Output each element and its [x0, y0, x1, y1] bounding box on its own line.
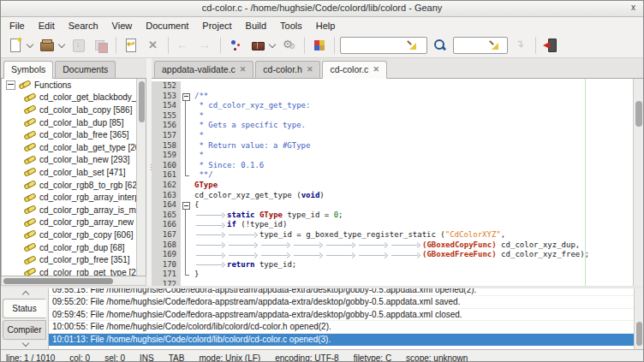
- editor-vertical-scrollbar[interactable]: [633, 79, 643, 286]
- tab-close-icon[interactable]: ✕: [373, 65, 379, 74]
- titlebar[interactable]: cd-color.c - /home/hughsie/Code/colord/l…: [1, 1, 643, 17]
- line-number[interactable]: 162: [152, 181, 181, 191]
- jump-to-line-button[interactable]: [510, 35, 531, 56]
- window-close-button[interactable]: x: [631, 3, 635, 12]
- sidebar-vertical-scrollbar[interactable]: [136, 79, 146, 276]
- code-area[interactable]: 152153/**154 * cd_color_xyz_get_type:155…: [152, 79, 643, 286]
- line-number[interactable]: 164: [152, 200, 181, 211]
- line-number[interactable]: 161: [152, 170, 181, 181]
- nav-forward-button[interactable]: [195, 35, 216, 56]
- scrollbar-thumb[interactable]: [635, 101, 642, 127]
- execute-button[interactable]: [279, 35, 300, 56]
- status-message-row[interactable]: 09:55:20: File /home/hughsie/Code/fedora…: [49, 296, 634, 308]
- tab-scroll-up-icon[interactable]: [3, 289, 46, 298]
- line-number[interactable]: 170: [152, 260, 181, 270]
- code-line[interactable]: 172: [152, 280, 643, 286]
- symbol-list-item[interactable]: cd_color_rgb_array_new [896]: [2, 217, 146, 229]
- symbol-list-item[interactable]: cd_color_lab_free [365]: [2, 128, 146, 141]
- code-line[interactable]: 170return type_id;: [152, 260, 643, 270]
- symbol-list-item[interactable]: cd_color_rgb_get_type [219]: [2, 266, 146, 276]
- line-number[interactable]: 154: [152, 101, 181, 111]
- line-number[interactable]: 163: [152, 191, 181, 201]
- line-number[interactable]: 160: [152, 161, 181, 171]
- code-line[interactable]: 160 * Since: 0.1.6: [152, 161, 643, 171]
- scrollbar-thumb[interactable]: [636, 322, 642, 346]
- line-number[interactable]: 165: [152, 211, 181, 221]
- line-number[interactable]: 155: [152, 111, 181, 122]
- tab-compiler[interactable]: Compiler: [3, 320, 46, 340]
- revert-button[interactable]: [121, 35, 141, 56]
- code-line[interactable]: 159 *: [152, 151, 643, 161]
- code-line[interactable]: 162GType: [152, 181, 643, 191]
- fold-collapse-icon[interactable]: [182, 93, 190, 101]
- search-input[interactable]: [343, 39, 406, 51]
- fold-collapse-icon[interactable]: [182, 202, 190, 210]
- code-line[interactable]: 155 *: [152, 111, 643, 122]
- tree-root-functions[interactable]: Functions: [2, 79, 146, 92]
- nav-back-button[interactable]: [173, 35, 194, 56]
- scrollbar-thumb[interactable]: [3, 278, 113, 284]
- line-number[interactable]: 172: [152, 280, 181, 286]
- symbol-list-item[interactable]: cd_color_rgb_dup [68]: [2, 241, 146, 254]
- line-number[interactable]: 157: [152, 131, 181, 141]
- line-number[interactable]: 167: [152, 230, 181, 240]
- build-dropdown-chevron-icon[interactable]: [269, 41, 276, 48]
- line-number[interactable]: 159: [152, 151, 181, 161]
- code-line[interactable]: 161 **/: [152, 170, 643, 181]
- tab-close-icon[interactable]: ✕: [307, 65, 313, 74]
- code-line[interactable]: 156 * Gets a specific type.: [152, 121, 643, 131]
- editor-tab-appdata-validate-c[interactable]: appdata-validate.c✕: [154, 61, 253, 78]
- code-line[interactable]: 166if (!type_id): [152, 220, 643, 230]
- clear-broom-icon[interactable]: [488, 40, 498, 50]
- symbol-list-item[interactable]: cd_color_lab_get_type [203]: [2, 141, 146, 154]
- symbol-list-item[interactable]: cd_color_rgb_copy [606]: [2, 228, 146, 241]
- line-number[interactable]: 166: [152, 220, 181, 230]
- line-number[interactable]: 156: [152, 121, 181, 131]
- tree-expander-icon[interactable]: [6, 80, 15, 90]
- code-line[interactable]: 154 * cd_color_xyz_get_type:: [152, 101, 643, 111]
- new-button[interactable]: [5, 35, 26, 56]
- sidebar-horizontal-scrollbar[interactable]: [1, 276, 146, 286]
- message-vertical-scrollbar[interactable]: [634, 288, 643, 349]
- menu-document[interactable]: Document: [139, 19, 195, 33]
- code-line[interactable]: 171}: [152, 270, 643, 280]
- menu-edit[interactable]: Edit: [32, 19, 62, 33]
- open-button[interactable]: [37, 35, 57, 56]
- fold-margin-cell[interactable]: [181, 92, 192, 102]
- menu-project[interactable]: Project: [195, 19, 238, 33]
- symbol-list-item[interactable]: cd_color_rgb8_to_rgb [626]: [2, 179, 146, 192]
- symbol-list-item[interactable]: cd_color_lab_new [293]: [2, 154, 146, 167]
- tab-close-icon[interactable]: ✕: [240, 65, 247, 74]
- menu-file[interactable]: File: [3, 19, 32, 33]
- sidebar-tab-documents[interactable]: Documents: [55, 61, 116, 78]
- editor-tab-cd-color-h[interactable]: cd-color.h✕: [255, 61, 320, 78]
- code-line[interactable]: 157 *: [152, 131, 643, 141]
- new-dropdown-chevron-icon[interactable]: [27, 41, 33, 48]
- line-number[interactable]: 152: [152, 81, 181, 92]
- line-number[interactable]: 158: [152, 141, 181, 151]
- menu-view[interactable]: View: [105, 19, 140, 33]
- line-number[interactable]: 153: [152, 92, 181, 102]
- color-chooser-button[interactable]: [309, 35, 330, 56]
- code-line[interactable]: 169(GBoxedFreeFunc) cd_color_xyz_free);: [152, 250, 643, 260]
- code-line[interactable]: 152: [152, 81, 643, 92]
- code-line[interactable]: 158 * Return value: a #GType: [152, 141, 643, 151]
- build-button[interactable]: [247, 35, 268, 56]
- line-number[interactable]: 169: [152, 250, 181, 260]
- symbol-list-item[interactable]: cd_color_get_blackbody_rgb [997]: [2, 92, 146, 104]
- symbol-list-item[interactable]: cd_color_rgb_array_interpolate [936]: [2, 191, 146, 204]
- symbol-list-item[interactable]: cd_color_rgb_array_is_monotonic [862]: [2, 204, 146, 217]
- code-line[interactable]: 167type_id = g_boxed_type_register_stati…: [152, 230, 643, 240]
- menu-build[interactable]: Build: [239, 19, 273, 33]
- status-message-row[interactable]: 10:00:55: File /home/hughsie/Code/colord…: [49, 321, 634, 333]
- tab-status[interactable]: Status: [3, 299, 46, 318]
- symbol-list-item[interactable]: cd_color_lab_copy [586]: [2, 104, 146, 116]
- code-line[interactable]: 163cd_color_xyz_get_type (void): [152, 191, 643, 201]
- line-number[interactable]: 168: [152, 240, 181, 251]
- code-line[interactable]: 165static GType type_id = 0;: [152, 211, 643, 221]
- symbol-list-item[interactable]: cd_color_lab_dup [85]: [2, 116, 146, 129]
- status-message-list[interactable]: 09:55:15: File /home/hughsie/Code/fedora…: [49, 288, 634, 349]
- menu-search[interactable]: Search: [62, 19, 105, 33]
- status-message-row[interactable]: 09:59:45: File /home/hughsie/Code/fedora…: [49, 309, 634, 321]
- code-line[interactable]: 153/**: [152, 92, 643, 102]
